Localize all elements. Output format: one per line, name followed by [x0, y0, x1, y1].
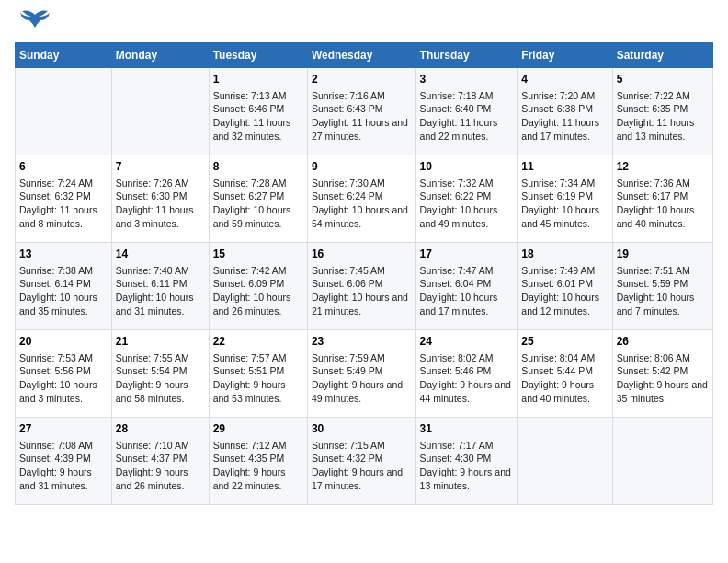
cell-info: Sunset: 5:54 PM — [116, 364, 205, 378]
cell-info: Daylight: 10 hours and 54 minutes. — [312, 203, 412, 230]
cell-info: Daylight: 10 hours and 26 minutes. — [213, 291, 303, 317]
calendar-cell: 21Sunrise: 7:55 AMSunset: 5:54 PMDayligh… — [111, 330, 209, 418]
cell-info: Sunset: 6:01 PM — [521, 277, 608, 291]
cell-info: Sunrise: 7:38 AM — [19, 264, 108, 278]
header-cell-saturday: Saturday — [612, 43, 712, 68]
calendar-body: 1Sunrise: 7:13 AMSunset: 6:46 PMDaylight… — [16, 68, 713, 505]
logo — [15, 15, 51, 33]
cell-info: Sunrise: 7:30 AM — [312, 177, 412, 190]
calendar-cell: 5Sunrise: 7:22 AMSunset: 6:35 PMDaylight… — [612, 68, 712, 155]
cell-info: Sunset: 6:14 PM — [19, 277, 108, 291]
day-number: 6 — [19, 159, 108, 175]
cell-info: Daylight: 10 hours and 35 minutes. — [19, 291, 108, 317]
cell-info: Sunset: 6:11 PM — [116, 277, 205, 291]
cell-info: Sunrise: 7:26 AM — [116, 177, 205, 190]
week-row-0: 1Sunrise: 7:13 AMSunset: 6:46 PMDaylight… — [16, 68, 713, 155]
cell-info: Sunset: 6:22 PM — [420, 190, 514, 203]
week-row-2: 13Sunrise: 7:38 AMSunset: 6:14 PMDayligh… — [16, 243, 713, 330]
calendar-cell: 24Sunrise: 8:02 AMSunset: 5:46 PMDayligh… — [415, 330, 518, 418]
calendar-cell: 27Sunrise: 7:08 AMSunset: 4:39 PMDayligh… — [16, 418, 112, 505]
calendar-cell: 6Sunrise: 7:24 AMSunset: 6:32 PMDaylight… — [16, 155, 112, 243]
day-number: 2 — [312, 72, 412, 87]
page-header — [15, 15, 713, 33]
day-number: 11 — [521, 159, 608, 175]
calendar-cell — [518, 418, 612, 505]
logo-bird-icon — [18, 7, 51, 33]
day-number: 20 — [19, 334, 108, 350]
calendar-cell: 17Sunrise: 7:47 AMSunset: 6:04 PMDayligh… — [415, 243, 518, 330]
cell-info: Daylight: 10 hours and 7 minutes. — [617, 291, 709, 317]
cell-info: Sunset: 6:43 PM — [312, 102, 412, 116]
cell-info: Sunset: 6:17 PM — [617, 190, 709, 203]
cell-info: Sunrise: 7:10 AM — [116, 439, 205, 453]
cell-info: Sunset: 6:32 PM — [19, 190, 108, 203]
cell-info: Sunrise: 7:42 AM — [213, 264, 303, 278]
cell-info: Sunset: 5:44 PM — [521, 364, 608, 378]
cell-info: Sunrise: 7:40 AM — [116, 264, 205, 278]
cell-info: Daylight: 10 hours and 3 minutes. — [19, 378, 108, 405]
cell-info: Daylight: 9 hours and 40 minutes. — [521, 378, 608, 405]
cell-info: Sunset: 5:46 PM — [420, 364, 514, 378]
calendar-cell: 22Sunrise: 7:57 AMSunset: 5:51 PMDayligh… — [209, 330, 307, 418]
calendar-cell: 19Sunrise: 7:51 AMSunset: 5:59 PMDayligh… — [612, 243, 712, 330]
cell-info: Sunset: 4:37 PM — [116, 452, 205, 465]
cell-info: Daylight: 10 hours and 40 minutes. — [617, 203, 709, 230]
cell-info: Daylight: 9 hours and 35 minutes. — [617, 378, 709, 405]
cell-info: Sunrise: 7:24 AM — [19, 177, 108, 190]
cell-info: Sunrise: 7:34 AM — [521, 177, 608, 190]
day-number: 31 — [420, 421, 514, 437]
day-number: 17 — [420, 247, 514, 262]
cell-info: Sunrise: 7:28 AM — [213, 177, 303, 190]
calendar-cell: 13Sunrise: 7:38 AMSunset: 6:14 PMDayligh… — [16, 243, 112, 330]
cell-info: Sunrise: 7:20 AM — [521, 89, 608, 103]
calendar-cell: 30Sunrise: 7:15 AMSunset: 4:32 PMDayligh… — [307, 418, 415, 505]
cell-info: Sunrise: 7:59 AM — [312, 351, 412, 365]
cell-info: Daylight: 11 hours and 17 minutes. — [521, 116, 608, 143]
cell-info: Sunset: 6:24 PM — [312, 190, 412, 203]
cell-info: Sunrise: 7:15 AM — [312, 439, 412, 453]
cell-info: Daylight: 11 hours and 13 minutes. — [617, 116, 709, 143]
cell-info: Daylight: 9 hours and 44 minutes. — [420, 378, 514, 405]
cell-info: Daylight: 9 hours and 53 minutes. — [213, 378, 303, 405]
calendar-cell — [16, 68, 112, 155]
cell-info: Daylight: 10 hours and 12 minutes. — [521, 291, 608, 317]
calendar-cell: 20Sunrise: 7:53 AMSunset: 5:56 PMDayligh… — [16, 330, 112, 418]
calendar-cell: 23Sunrise: 7:59 AMSunset: 5:49 PMDayligh… — [307, 330, 415, 418]
day-number: 10 — [420, 159, 514, 175]
cell-info: Sunrise: 7:12 AM — [213, 439, 303, 453]
cell-info: Daylight: 11 hours and 22 minutes. — [420, 116, 514, 143]
cell-info: Sunset: 6:38 PM — [521, 102, 608, 116]
day-number: 24 — [420, 334, 514, 350]
day-number: 16 — [312, 247, 412, 262]
calendar-cell: 18Sunrise: 7:49 AMSunset: 6:01 PMDayligh… — [518, 243, 612, 330]
cell-info: Sunset: 6:35 PM — [617, 102, 709, 116]
day-number: 21 — [116, 334, 205, 350]
day-number: 13 — [19, 247, 108, 262]
day-number: 29 — [213, 421, 303, 437]
calendar-cell: 28Sunrise: 7:10 AMSunset: 4:37 PMDayligh… — [111, 418, 209, 505]
calendar-cell: 12Sunrise: 7:36 AMSunset: 6:17 PMDayligh… — [612, 155, 712, 243]
calendar-cell: 4Sunrise: 7:20 AMSunset: 6:38 PMDaylight… — [518, 68, 612, 155]
cell-info: Daylight: 11 hours and 8 minutes. — [19, 203, 108, 230]
cell-info: Sunrise: 7:47 AM — [420, 264, 514, 278]
cell-info: Daylight: 10 hours and 45 minutes. — [521, 203, 608, 230]
cell-info: Sunset: 6:09 PM — [213, 277, 303, 291]
cell-info: Daylight: 11 hours and 3 minutes. — [116, 203, 205, 230]
cell-info: Daylight: 11 hours and 32 minutes. — [213, 116, 303, 143]
cell-info: Sunset: 6:27 PM — [213, 190, 303, 203]
day-number: 3 — [420, 72, 514, 87]
cell-info: Sunrise: 7:53 AM — [19, 351, 108, 365]
cell-info: Sunrise: 7:49 AM — [521, 264, 608, 278]
cell-info: Daylight: 9 hours and 17 minutes. — [312, 465, 412, 492]
calendar-cell: 29Sunrise: 7:12 AMSunset: 4:35 PMDayligh… — [209, 418, 307, 505]
calendar-cell: 14Sunrise: 7:40 AMSunset: 6:11 PMDayligh… — [111, 243, 209, 330]
cell-info: Sunrise: 7:57 AM — [213, 351, 303, 365]
cell-info: Daylight: 10 hours and 31 minutes. — [116, 291, 205, 317]
day-number: 8 — [213, 159, 303, 175]
day-number: 27 — [19, 421, 108, 437]
calendar-cell: 1Sunrise: 7:13 AMSunset: 6:46 PMDaylight… — [209, 68, 307, 155]
cell-info: Daylight: 9 hours and 58 minutes. — [116, 378, 205, 405]
day-number: 4 — [521, 72, 608, 87]
day-number: 9 — [312, 159, 412, 175]
cell-info: Sunset: 5:56 PM — [19, 364, 108, 378]
